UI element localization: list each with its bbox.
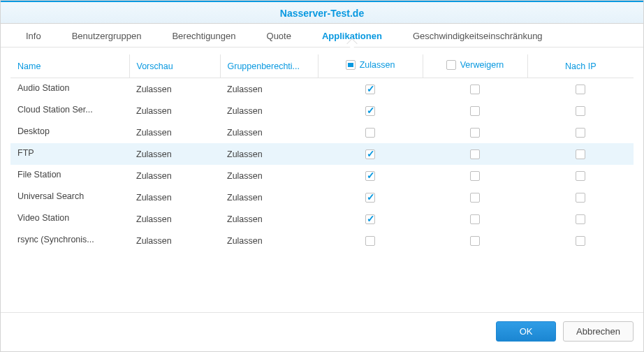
table-row[interactable]: File StationZulassenZulassen [10, 165, 634, 186]
group-perm-cell: Zulassen [220, 208, 318, 230]
table-row[interactable]: Universal SearchZulassenZulassen [10, 186, 634, 208]
group-perm-cell: Zulassen [220, 165, 318, 186]
allow-checkbox[interactable] [365, 171, 375, 181]
deny-checkbox[interactable] [470, 193, 480, 203]
allow-checkbox[interactable] [365, 236, 375, 246]
group-perm-cell: Zulassen [220, 230, 318, 251]
tab-benutzergruppen[interactable]: Benutzergruppen [57, 24, 157, 47]
table-row[interactable]: Audio StationZulassenZulassen [10, 78, 634, 101]
app-name: rsync (Synchronis... [17, 235, 94, 244]
allow-checkbox[interactable] [365, 85, 375, 94]
tab-quote[interactable]: Quote [251, 24, 307, 47]
preview-cell: Zulassen [129, 230, 220, 251]
allow-checkbox[interactable] [365, 193, 375, 203]
allow-checkbox[interactable] [365, 106, 375, 116]
ip-checkbox[interactable] [576, 149, 585, 159]
group-perm-cell: Zulassen [220, 78, 318, 101]
table-row[interactable]: rsync (Synchronis...ZulassenZulassen [10, 230, 634, 251]
group-perm-cell: Zulassen [220, 186, 318, 208]
tab-geschwindigkeitseinschr-nkung[interactable]: Geschwindigkeitseinschränkung [397, 24, 558, 47]
cancel-button[interactable]: Abbrechen [563, 321, 634, 342]
preview-cell: Zulassen [129, 100, 220, 122]
col-header-name-label: Name [17, 61, 41, 71]
deny-checkbox[interactable] [470, 85, 480, 94]
preview-cell: Zulassen [129, 165, 220, 186]
ip-checkbox[interactable] [576, 171, 585, 181]
col-header-zulassen[interactable]: Zulassen [318, 54, 423, 78]
col-header-name[interactable]: Name [10, 54, 129, 78]
titlebar: Nasserver-Test.de [1, 1, 643, 24]
group-perm-cell: Zulassen [220, 100, 318, 122]
preview-cell: Zulassen [129, 122, 220, 143]
col-header-gruppe[interactable]: Gruppenberechti... [220, 54, 318, 78]
table-row[interactable]: Video StationZulassenZulassen [10, 208, 634, 230]
ip-checkbox[interactable] [576, 128, 585, 138]
content-area: Name Vorschau Gruppenberechti... Zulasse… [1, 47, 643, 312]
app-name: Audio Station [17, 83, 69, 93]
table-row[interactable]: FTPZulassenZulassen [10, 143, 634, 165]
ip-checkbox[interactable] [576, 193, 585, 203]
settings-dialog: Nasserver-Test.de InfoBenutzergruppenBer… [0, 0, 644, 352]
dialog-footer: OK Abbrechen [1, 312, 643, 351]
deny-checkbox[interactable] [470, 106, 480, 116]
preview-cell: Zulassen [129, 78, 220, 101]
deny-checkbox[interactable] [470, 128, 480, 138]
col-header-gruppe-label: Gruppenberechti... [228, 61, 300, 71]
tab-info[interactable]: Info [10, 24, 57, 47]
col-header-verweigern-label: Verweigern [460, 60, 504, 70]
table-row[interactable]: Cloud Station Ser...ZulassenZulassen [10, 100, 634, 122]
tab-bar: InfoBenutzergruppenBerechtigungenQuoteAp… [1, 24, 643, 47]
col-header-ip[interactable]: Nach IP [527, 54, 634, 78]
app-name: Video Station [17, 213, 69, 223]
allow-checkbox[interactable] [365, 128, 375, 138]
ip-checkbox[interactable] [576, 85, 585, 94]
col-header-vorschau-label: Vorschau [137, 61, 173, 71]
app-name: Cloud Station Ser... [17, 105, 93, 115]
col-header-zulassen-label: Zulassen [360, 60, 395, 70]
ok-button[interactable]: OK [496, 321, 556, 342]
ip-checkbox[interactable] [576, 236, 585, 246]
preview-cell: Zulassen [129, 143, 220, 165]
group-perm-cell: Zulassen [220, 122, 318, 143]
app-name: FTP [17, 148, 34, 158]
deny-checkbox[interactable] [470, 171, 480, 181]
col-header-ip-label: Nach IP [565, 61, 596, 71]
table-row[interactable]: DesktopZulassenZulassen [10, 122, 634, 143]
ip-checkbox[interactable] [576, 106, 585, 116]
app-name: Desktop [17, 126, 50, 136]
allow-checkbox[interactable] [365, 149, 375, 159]
app-name: Universal Search [17, 191, 84, 201]
applications-table: Name Vorschau Gruppenberechti... Zulasse… [10, 54, 634, 251]
deny-all-checkbox[interactable] [446, 60, 456, 70]
preview-cell: Zulassen [129, 208, 220, 230]
deny-checkbox[interactable] [470, 236, 480, 246]
group-perm-cell: Zulassen [220, 143, 318, 165]
allow-checkbox[interactable] [365, 214, 375, 224]
tab-applikationen[interactable]: Applikationen [307, 24, 397, 47]
deny-checkbox[interactable] [470, 214, 480, 224]
ip-checkbox[interactable] [576, 214, 585, 224]
app-name: File Station [17, 170, 61, 179]
tab-berechtigungen[interactable]: Berechtigungen [156, 24, 251, 47]
deny-checkbox[interactable] [470, 149, 480, 159]
preview-cell: Zulassen [129, 186, 220, 208]
window-title: Nasserver-Test.de [280, 8, 364, 19]
allow-all-checkbox[interactable] [346, 60, 356, 70]
col-header-verweigern[interactable]: Verweigern [423, 54, 527, 78]
col-header-vorschau[interactable]: Vorschau [129, 54, 220, 78]
